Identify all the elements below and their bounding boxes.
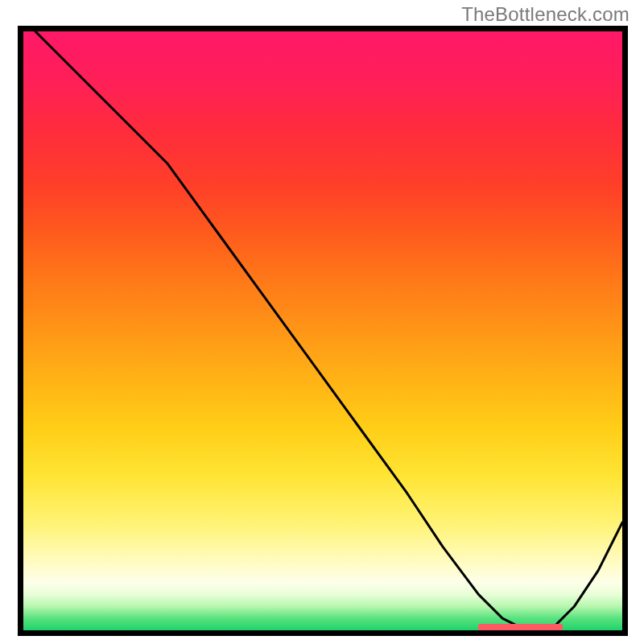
- optimal-range-marker: [478, 624, 562, 630]
- chart-root: TheBottleneck.com: [0, 0, 644, 644]
- watermark-text: TheBottleneck.com: [461, 3, 630, 26]
- background-gradient: [23, 31, 622, 630]
- chart-frame: [18, 26, 628, 636]
